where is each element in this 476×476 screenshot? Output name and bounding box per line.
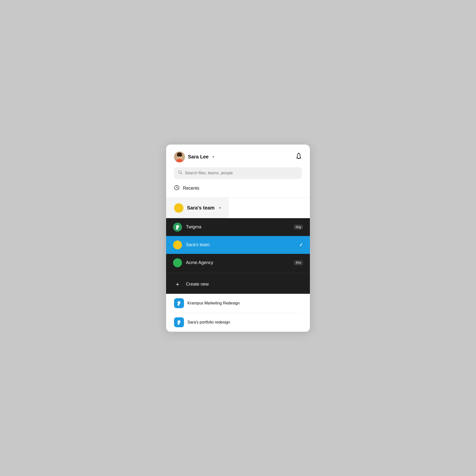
create-new-button[interactable]: + Create new <box>166 275 310 294</box>
file-name-portfolio: Sara's portfolio redesign <box>187 320 230 325</box>
team-dropdown: Twigma Org Sara's team ✓ Acme Agency Pro… <box>166 218 310 294</box>
header: Sara Lee ▾ <box>166 145 310 167</box>
dropdown-item-saras-team[interactable]: Sara's team ✓ <box>166 236 310 254</box>
app-panel: Sara Lee ▾ Recents <box>166 145 310 332</box>
acme-label: Acme Agency <box>186 260 290 265</box>
svg-rect-3 <box>177 154 182 156</box>
svg-line-9 <box>181 173 182 174</box>
twigma-icon <box>173 223 182 232</box>
notification-button[interactable] <box>296 153 302 161</box>
twigma-badge: Org <box>294 225 303 230</box>
team-selector-trigger[interactable]: Sara's team ▾ <box>166 198 229 218</box>
recents-row[interactable]: Recents <box>166 185 310 198</box>
search-icon <box>178 170 182 176</box>
search-bar[interactable] <box>174 167 302 179</box>
twigma-label: Twigma <box>186 224 290 230</box>
plus-icon: + <box>173 280 182 289</box>
username-label: Sara Lee <box>188 154 208 160</box>
selected-check-icon: ✓ <box>299 242 303 248</box>
file-list: Krampus Marketing Redesign Sara's portfo… <box>166 294 310 332</box>
acme-dot <box>173 258 182 267</box>
saras-team-label: Sara's team <box>186 242 295 247</box>
search-input[interactable] <box>185 171 298 175</box>
file-name-krampus: Krampus Marketing Redesign <box>187 301 240 305</box>
avatar <box>174 151 185 162</box>
saras-team-dot <box>173 240 182 249</box>
svg-point-5 <box>178 156 179 157</box>
dropdown-item-twigma[interactable]: Twigma Org <box>166 218 310 236</box>
create-new-label: Create new <box>186 282 209 287</box>
username-chevron: ▾ <box>212 155 214 159</box>
dropdown-item-acme[interactable]: Acme Agency Pro <box>166 254 310 272</box>
file-icon-portfolio <box>174 317 184 327</box>
recents-label: Recents <box>183 186 199 191</box>
team-trigger-chevron: ▾ <box>219 206 221 210</box>
acme-badge: Pro <box>294 260 303 265</box>
file-item-krampus[interactable]: Krampus Marketing Redesign <box>174 294 302 313</box>
user-profile-button[interactable]: Sara Lee ▾ <box>174 151 214 162</box>
file-item-portfolio[interactable]: Sara's portfolio redesign <box>174 313 302 332</box>
team-trigger-dot <box>174 203 183 213</box>
team-trigger-name: Sara's team <box>187 205 215 211</box>
svg-point-6 <box>180 156 181 157</box>
recents-icon <box>174 185 179 192</box>
dropdown-divider <box>166 273 310 273</box>
file-icon-krampus <box>174 298 184 308</box>
